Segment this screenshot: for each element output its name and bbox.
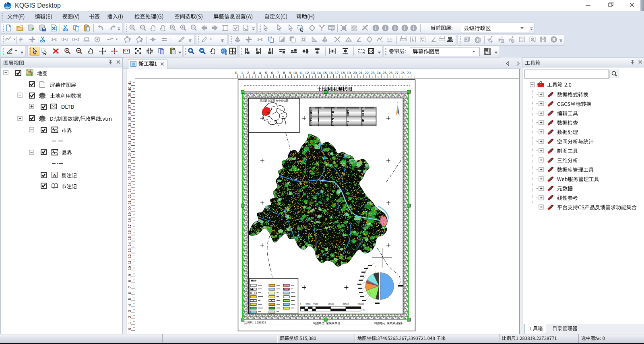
svg-text:14: 14 xyxy=(128,242,132,246)
svg-text:24: 24 xyxy=(128,182,132,186)
svg-text:29: 29 xyxy=(128,152,132,157)
svg-text:23: 23 xyxy=(371,71,375,75)
svg-text:27: 27 xyxy=(394,71,398,75)
svg-text:23: 23 xyxy=(128,188,132,192)
svg-text:40: 40 xyxy=(128,87,132,91)
svg-text:17: 17 xyxy=(128,224,132,228)
svg-text:1: 1 xyxy=(241,71,243,75)
svg-text:4: 4 xyxy=(128,304,132,306)
svg-text:34: 34 xyxy=(128,123,132,127)
svg-text:33: 33 xyxy=(128,129,132,133)
svg-text:3: 3 xyxy=(128,310,132,312)
svg-text:20: 20 xyxy=(353,71,357,75)
svg-text:12: 12 xyxy=(128,254,132,258)
svg-text:38: 38 xyxy=(128,99,132,103)
svg-text:25: 25 xyxy=(382,71,386,75)
svg-text:13: 13 xyxy=(311,71,315,75)
svg-text:2500: 2500 xyxy=(305,303,310,305)
svg-text:7: 7 xyxy=(128,286,132,288)
svg-text:18: 18 xyxy=(341,71,345,75)
svg-text:29: 29 xyxy=(407,71,411,75)
svg-text:2: 2 xyxy=(128,316,132,318)
svg-text:21: 21 xyxy=(359,71,363,75)
svg-text:15: 15 xyxy=(323,71,327,75)
svg-text:7: 7 xyxy=(277,71,279,75)
svg-text:26: 26 xyxy=(388,71,392,75)
svg-text:28: 28 xyxy=(400,71,405,75)
svg-text:m: m xyxy=(363,309,365,311)
svg-text:21: 21 xyxy=(128,200,132,204)
svg-text:39: 39 xyxy=(128,93,132,97)
svg-text:5: 5 xyxy=(265,71,267,75)
svg-text:0: 0 xyxy=(128,328,132,330)
svg-text:24: 24 xyxy=(377,71,381,75)
svg-text:0: 0 xyxy=(235,71,237,75)
svg-text:A: A xyxy=(53,173,56,177)
svg-text:6: 6 xyxy=(271,71,273,75)
svg-text:25: 25 xyxy=(128,177,132,181)
svg-text:16: 16 xyxy=(329,71,333,75)
svg-text:17: 17 xyxy=(335,71,339,75)
svg-text:41: 41 xyxy=(128,81,132,85)
svg-text:35: 35 xyxy=(128,117,132,121)
svg-text:20: 20 xyxy=(128,206,132,210)
svg-text:8: 8 xyxy=(283,71,285,75)
svg-text:19: 19 xyxy=(128,212,132,216)
svg-text:10: 10 xyxy=(293,71,297,75)
svg-text:37: 37 xyxy=(128,105,132,109)
svg-text:16: 16 xyxy=(128,230,132,234)
svg-text:9: 9 xyxy=(128,274,132,276)
svg-text:5: 5 xyxy=(128,298,132,300)
svg-text:19: 19 xyxy=(347,71,351,75)
svg-text:11: 11 xyxy=(299,71,303,75)
svg-text:15: 15 xyxy=(128,236,132,240)
svg-text:31: 31 xyxy=(128,140,132,144)
svg-text:1: 1 xyxy=(128,322,132,324)
svg-text:12: 12 xyxy=(305,71,309,75)
svg-text:30000: 30000 xyxy=(358,303,364,305)
svg-text:7500: 7500 xyxy=(313,303,318,305)
svg-text:22500: 22500 xyxy=(343,303,349,305)
svg-text:15000: 15000 xyxy=(328,303,334,305)
svg-text:13: 13 xyxy=(128,248,132,252)
svg-text:8: 8 xyxy=(128,280,132,282)
svg-text:0: 0 xyxy=(300,303,301,305)
svg-text:22: 22 xyxy=(128,194,132,198)
svg-text:22: 22 xyxy=(365,71,369,75)
svg-text:26: 26 xyxy=(128,171,132,175)
svg-text:30: 30 xyxy=(128,146,132,150)
svg-text:36: 36 xyxy=(128,111,132,115)
svg-text:18: 18 xyxy=(128,218,132,222)
svg-text:2: 2 xyxy=(247,71,249,75)
svg-text:10: 10 xyxy=(128,266,132,270)
svg-text:3: 3 xyxy=(253,71,255,75)
svg-text:27: 27 xyxy=(128,165,132,169)
svg-text:32: 32 xyxy=(128,135,132,139)
svg-text:1:1: 1:1 xyxy=(124,49,129,53)
svg-text:9: 9 xyxy=(289,71,291,75)
svg-text:6: 6 xyxy=(128,292,132,294)
svg-text:28: 28 xyxy=(128,159,132,163)
svg-text:14: 14 xyxy=(317,71,321,75)
svg-text:4: 4 xyxy=(259,71,261,75)
svg-text:11: 11 xyxy=(128,260,132,264)
